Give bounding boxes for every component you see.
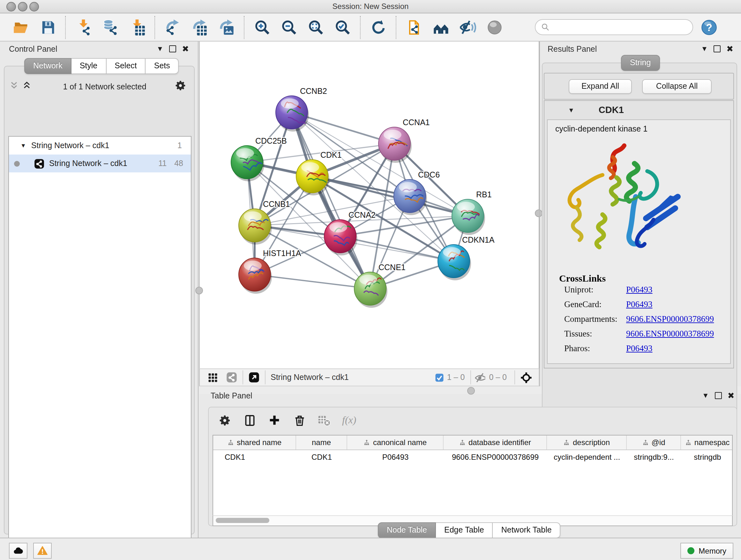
network-edge[interactable] <box>255 274 370 289</box>
network-canvas[interactable]: CCNB2CCNA1CDC25BCDK1CDC6RB1CCNB1CCNA2CDK… <box>199 42 539 368</box>
home-icon <box>433 19 449 36</box>
network-node-cdc25b[interactable] <box>231 145 264 181</box>
import-table-button[interactable] <box>126 16 148 38</box>
crosslink-label: GeneCard: <box>564 300 626 310</box>
maximize-panel-icon[interactable] <box>169 45 176 52</box>
node-table: shared namenamecanonical namedatabase id… <box>212 435 733 516</box>
tree-expander-icon[interactable]: ▼ <box>20 142 26 149</box>
apply-layout-button[interactable] <box>367 16 389 38</box>
zoom-fit-button[interactable] <box>305 16 327 38</box>
share-document-button[interactable] <box>403 16 425 38</box>
column-header-namespac[interactable]: namespac <box>681 435 733 449</box>
network-node-ccne1[interactable] <box>354 272 387 308</box>
network-node-cdc6[interactable] <box>394 179 427 215</box>
save-session-button[interactable] <box>37 16 59 38</box>
warnings-button[interactable] <box>33 543 52 559</box>
tab-edge-table[interactable]: Edge Table <box>436 522 493 538</box>
expand-all-button[interactable]: Expand All <box>569 79 632 94</box>
birds-eye-view-button[interactable] <box>520 371 532 383</box>
tab-network-table[interactable]: Network Table <box>493 522 561 538</box>
node-label: CCNE1 <box>379 263 406 272</box>
table-panel: f(x) shared namenamecanonical namedataba… <box>208 407 737 526</box>
expand-all-networks-button[interactable] <box>22 80 35 93</box>
network-node-rb1[interactable] <box>452 199 485 235</box>
collapse-all-button[interactable]: Collapse All <box>642 79 712 94</box>
section-expander-icon[interactable]: ▼ <box>568 106 575 113</box>
maximize-panel-icon[interactable] <box>715 392 722 399</box>
create-column-button[interactable] <box>267 413 281 427</box>
tab-network[interactable]: Network <box>24 58 71 74</box>
column-header-name[interactable]: name <box>296 435 347 449</box>
scrollbar-thumb[interactable] <box>216 518 269 523</box>
toolbar-separator <box>515 370 515 384</box>
open-session-button[interactable] <box>10 16 32 38</box>
close-panel-icon[interactable]: ✖ <box>726 45 733 53</box>
string-view-button[interactable] <box>226 372 238 383</box>
zoom-selected-button[interactable] <box>332 16 354 38</box>
tab-node-table[interactable]: Node Table <box>378 522 436 538</box>
tab-sets[interactable]: Sets <box>146 58 179 74</box>
crosslink-row: GeneCard:P06493 <box>564 300 724 310</box>
network-node-ccna1[interactable] <box>379 127 412 163</box>
column-header-canonical-name[interactable]: canonical name <box>347 435 444 449</box>
crosslink-link[interactable]: 9606.ENSP00000378699 <box>626 314 714 324</box>
network-node-cdk1[interactable] <box>296 160 329 195</box>
column-header-database-identifier[interactable]: database identifier <box>444 435 547 449</box>
close-panel-icon[interactable]: ✖ <box>182 45 189 53</box>
crosslinks-title: CrossLinks <box>559 273 606 284</box>
sphere-button[interactable] <box>484 16 506 38</box>
double-chevron-up-icon <box>22 80 32 91</box>
crosslink-label: Tissues: <box>564 329 626 339</box>
crosslink-link[interactable]: P06493 <box>626 285 653 294</box>
network-collection-row[interactable]: ▼ String Network – cdk1 1 <box>9 137 191 154</box>
detach-view-button[interactable] <box>248 372 260 383</box>
export-network-button[interactable] <box>162 16 184 38</box>
import-network-from-database-button[interactable] <box>99 16 121 38</box>
column-type-icon <box>642 439 649 446</box>
network-list-options-button[interactable] <box>175 80 189 94</box>
search-input[interactable] <box>550 20 692 34</box>
column-header-description[interactable]: description <box>547 435 627 449</box>
network-node-ccnb2[interactable] <box>276 96 309 132</box>
table-options-button[interactable] <box>218 413 232 427</box>
tab-select[interactable]: Select <box>106 58 146 74</box>
search-field[interactable] <box>535 19 693 35</box>
vertical-splitter-handle[interactable] <box>195 287 203 294</box>
home-button[interactable] <box>430 16 452 38</box>
hide-panels-button[interactable] <box>457 16 479 38</box>
zoom-in-button[interactable] <box>252 16 273 38</box>
horizontal-splitter-handle[interactable] <box>467 387 475 395</box>
toolbar-separator <box>396 16 397 39</box>
float-panel-icon[interactable]: ▼ <box>701 45 708 52</box>
network-row[interactable]: String Network – cdk1 11 48 <box>9 154 191 172</box>
network-node-hist1h1a[interactable] <box>239 258 272 294</box>
import-network-button[interactable] <box>73 16 94 38</box>
network-edge[interactable] <box>292 112 370 289</box>
export-table-button[interactable] <box>189 16 211 38</box>
column-header--id[interactable]: @id <box>627 435 681 449</box>
maximize-panel-icon[interactable] <box>714 45 721 52</box>
column-header-shared-name[interactable]: shared name <box>213 435 296 449</box>
crosslink-link[interactable]: 9606.ENSP00000378699 <box>626 329 714 338</box>
close-panel-icon[interactable]: ✖ <box>728 391 735 400</box>
memory-button[interactable]: Memory <box>680 543 733 559</box>
column-type-icon <box>685 439 692 446</box>
show-grid-button[interactable] <box>207 372 218 383</box>
cloud-status-button[interactable] <box>9 543 27 559</box>
network-node-ccna2[interactable] <box>324 220 357 255</box>
table-row[interactable]: CDK1CDK1P064939606.ENSP00000378699cyclin… <box>213 450 732 464</box>
selected-checkbox[interactable] <box>435 373 445 382</box>
float-panel-icon[interactable]: ▼ <box>156 45 163 52</box>
tab-string[interactable]: String <box>621 55 660 71</box>
help-button[interactable]: ? <box>701 19 718 36</box>
crosslink-link[interactable]: P06493 <box>626 344 653 353</box>
delete-column-button[interactable] <box>292 413 307 427</box>
crosslink-link[interactable]: P06493 <box>626 300 653 309</box>
export-image-button[interactable] <box>216 16 238 38</box>
zoom-out-button[interactable] <box>278 16 300 38</box>
tab-style[interactable]: Style <box>71 58 107 74</box>
float-panel-icon[interactable]: ▼ <box>702 392 709 399</box>
show-columns-button[interactable] <box>243 413 257 427</box>
collapse-all-networks-button[interactable] <box>9 80 22 93</box>
network-node-cdkn1a[interactable] <box>438 245 471 280</box>
